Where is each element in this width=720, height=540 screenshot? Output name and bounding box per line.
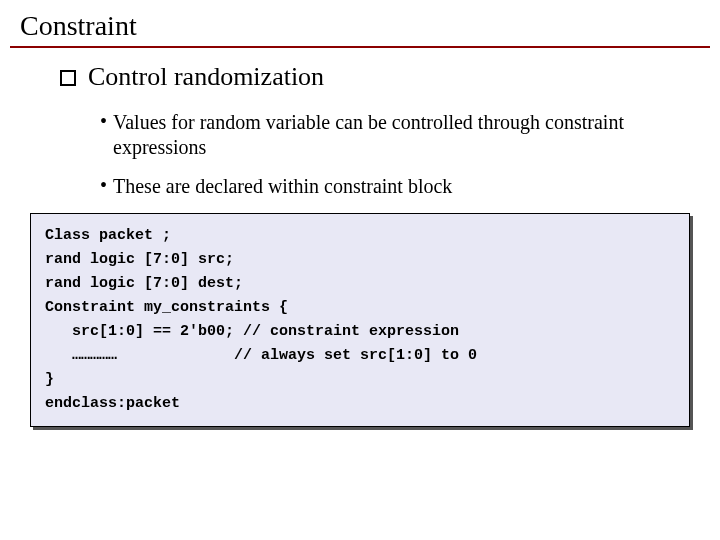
code-line: } bbox=[45, 368, 675, 392]
slide-title: Constraint bbox=[10, 0, 710, 48]
code-line: Constraint my_constraints { bbox=[45, 296, 675, 320]
code-line: src[1:0] == 2'b00; // constraint express… bbox=[45, 320, 675, 344]
bullet-icon: • bbox=[100, 110, 107, 133]
heading-row: Control randomization bbox=[60, 62, 680, 92]
bullet-item: • These are declared within constraint b… bbox=[100, 174, 680, 199]
heading-text: Control randomization bbox=[88, 62, 324, 92]
bullet-item: • Values for random variable can be cont… bbox=[100, 110, 680, 160]
code-line: rand logic [7:0] src; bbox=[45, 248, 675, 272]
code-line: endclass:packet bbox=[45, 392, 675, 416]
bullet-text-1: Values for random variable can be contro… bbox=[113, 110, 680, 160]
code-line: Class packet ; bbox=[45, 224, 675, 248]
code-line: rand logic [7:0] dest; bbox=[45, 272, 675, 296]
code-block: Class packet ; rand logic [7:0] src; ran… bbox=[30, 213, 690, 427]
slide-content: Control randomization • Values for rando… bbox=[0, 54, 720, 199]
checkbox-bullet-icon bbox=[60, 70, 76, 86]
code-line: …………… // always set src[1:0] to 0 bbox=[45, 344, 675, 368]
bullet-text-2: These are declared within constraint blo… bbox=[113, 174, 452, 199]
bullet-icon: • bbox=[100, 174, 107, 197]
